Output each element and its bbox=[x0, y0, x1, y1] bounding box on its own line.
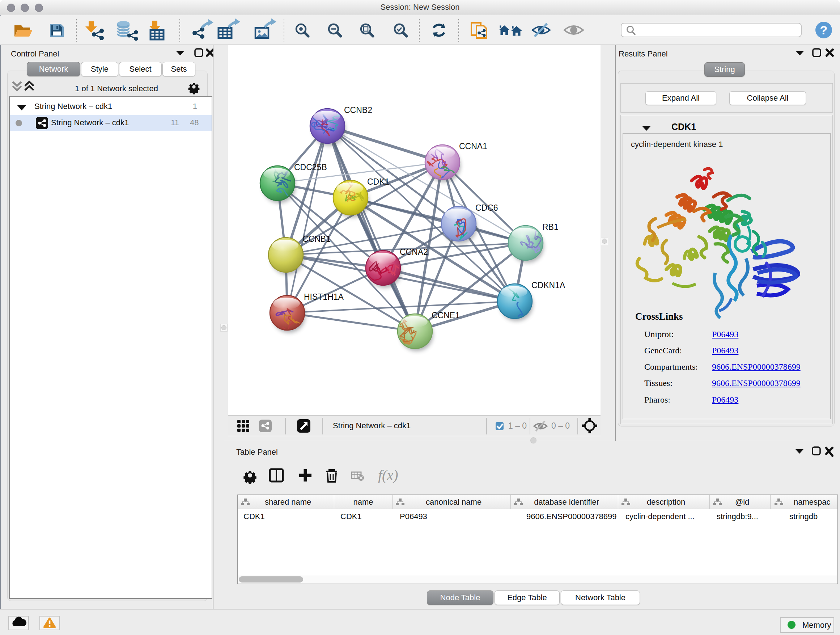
svg-text:HIST1H1A: HIST1H1A bbox=[304, 292, 344, 302]
svg-text:CCNE1: CCNE1 bbox=[431, 310, 460, 320]
svg-text:CDC25B: CDC25B bbox=[294, 163, 327, 172]
svg-text:CDK1: CDK1 bbox=[367, 177, 389, 187]
svg-text:CCNA1: CCNA1 bbox=[459, 141, 487, 151]
svg-text:RB1: RB1 bbox=[542, 222, 559, 232]
svg-text:?: ? bbox=[820, 23, 828, 37]
svg-text:f(x): f(x) bbox=[378, 467, 398, 483]
svg-text:CDC6: CDC6 bbox=[475, 203, 498, 212]
svg-text:CCNB2: CCNB2 bbox=[344, 105, 372, 115]
svg-text:CDKN1A: CDKN1A bbox=[531, 280, 565, 290]
svg-text:CCNA2: CCNA2 bbox=[400, 247, 428, 257]
svg-text:CCNB1: CCNB1 bbox=[302, 234, 331, 244]
svg-text:Memory: Memory bbox=[802, 621, 831, 630]
